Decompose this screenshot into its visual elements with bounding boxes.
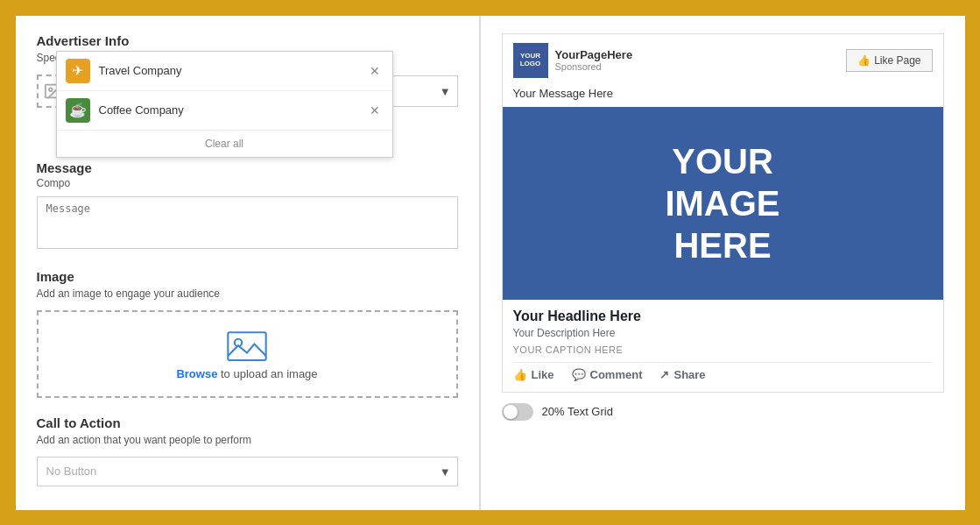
fb-ad-header: YOURLOGO YourPageHere Sponsored 👍 Like P… [503,34,943,87]
dropdown-item-travel[interactable]: ✈ Travel Company ✕ [57,52,392,91]
travel-remove-icon[interactable]: ✕ [366,64,384,78]
compose-label: Compo [37,177,458,189]
right-panel: YOURLOGO YourPageHere Sponsored 👍 Like P… [481,16,965,510]
fb-like-action[interactable]: 👍 Like [513,368,554,381]
text-grid-label: 20% Text Grid [542,405,613,418]
image-section: Image Add an image to engage your audien… [37,269,458,398]
message-section: Message Compo [37,160,458,252]
fb-headline: Your Headline Here [513,309,933,324]
travel-icon: ✈ [66,59,90,83]
fb-ad-preview: YOURLOGO YourPageHere Sponsored 👍 Like P… [502,33,944,393]
message-title: Message [37,160,458,175]
fb-ad-body: Your Headline Here Your Description Here… [503,300,943,392]
svg-rect-2 [228,332,265,360]
advertiser-info-section: Advertiser Info Specify a page to repres… [37,33,458,108]
fb-user-message: Your Message Here [503,87,943,107]
fb-sponsored: Sponsored [555,61,633,72]
upload-text: Browse to upload an image [176,367,317,380]
browse-link[interactable]: Browse [176,367,217,380]
cta-section: Call to Action Add an action that you wa… [37,415,458,486]
image-subtitle: Add an image to engage your audience [37,287,458,300]
image-upload-icon [225,327,269,362]
toggle-knob [504,405,518,419]
text-grid-toggle[interactable] [502,403,533,421]
comment-icon: 💬 [572,368,586,381]
text-grid-row: 20% Text Grid [502,403,944,421]
cta-select-wrapper: No Button ▼ [37,457,458,486]
image-title: Image [37,269,458,284]
message-textarea[interactable] [37,196,458,249]
fb-share-action[interactable]: ↗ Share [659,368,705,381]
fb-image-placeholder: YOURIMAGEHERE [503,107,943,300]
svg-point-1 [48,88,52,91]
travel-company-label: Travel Company [99,64,366,77]
fb-page-info: YOURLOGO YourPageHere Sponsored [513,43,633,78]
fb-actions: 👍 Like 💬 Comment ↗ Share [513,363,933,387]
share-icon: ↗ [659,368,669,381]
thumbsup-icon: 👍 [857,54,871,67]
fb-page-name[interactable]: YourPageHere [555,48,633,61]
fb-description: Your Description Here [513,327,933,339]
cta-select[interactable]: No Button [37,457,458,486]
left-panel: Advertiser Info Specify a page to repres… [16,16,480,510]
coffee-company-label: Coffee Company [99,103,366,117]
coffee-remove-icon[interactable]: ✕ [366,103,384,117]
fb-image-text: YOURIMAGEHERE [665,140,779,266]
advertiser-title: Advertiser Info [37,33,458,48]
image-upload-box[interactable]: Browse to upload an image [37,310,458,398]
page-dropdown-menu: ✈ Travel Company ✕ ☕ Coffee Company ✕ Cl… [56,51,393,158]
app-container: Advertiser Info Specify a page to repres… [13,13,968,513]
cta-title: Call to Action [37,415,458,430]
coffee-icon: ☕ [66,98,90,123]
fb-like-page-button[interactable]: 👍 Like Page [846,49,932,72]
fb-comment-action[interactable]: 💬 Comment [572,368,643,381]
cta-subtitle: Add an action that you want people to pe… [37,434,458,446]
fb-page-details: YourPageHere Sponsored [555,48,633,72]
clear-all-button[interactable]: Clear all [57,131,392,157]
fb-caption: YOUR CAPTION HERE [513,344,933,363]
dropdown-item-coffee[interactable]: ☕ Coffee Company ✕ [57,91,392,131]
like-icon: 👍 [513,368,527,381]
fb-logo: YOURLOGO [513,43,548,78]
